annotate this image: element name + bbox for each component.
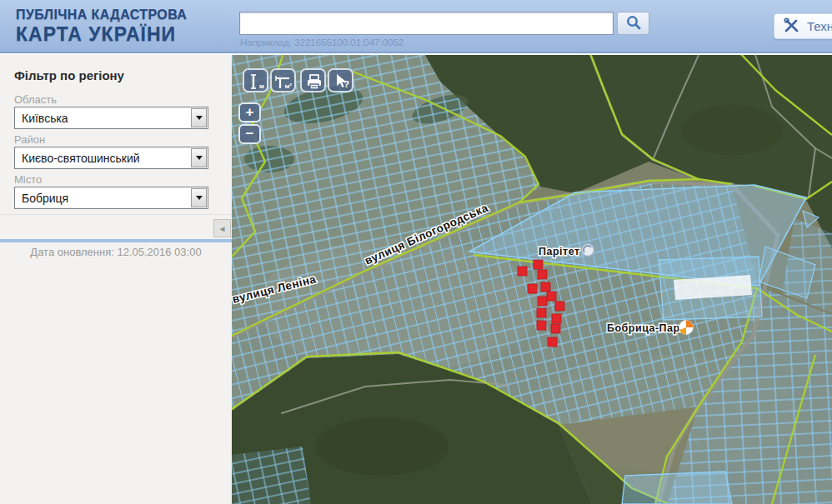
map-canvas[interactable]: вулиця Білогородська вулиця Леніна Паріт… bbox=[232, 55, 832, 504]
zoom-control: + − bbox=[238, 102, 261, 144]
zoom-in-button[interactable]: + bbox=[238, 102, 261, 122]
tech-support-label: Техніч bbox=[807, 19, 832, 33]
dropdown-arrow-icon[interactable] bbox=[191, 108, 207, 127]
oblast-label: Область bbox=[14, 93, 57, 106]
region-filter-panel: Фільтр по регіону Область Київська Район… bbox=[0, 55, 232, 504]
identify-button[interactable]: ? bbox=[328, 68, 353, 92]
tools-icon bbox=[783, 17, 800, 37]
poi-label-bobrytsia-park: Бобрица-Парк bbox=[607, 322, 686, 334]
dropdown-arrow-icon[interactable] bbox=[191, 188, 207, 207]
chevron-left-icon: ◄ bbox=[218, 224, 227, 233]
area-unit-label: м² bbox=[284, 82, 292, 90]
print-button[interactable] bbox=[300, 68, 326, 92]
search-icon bbox=[625, 14, 642, 33]
raion-value: Києво-святошинський bbox=[15, 152, 191, 165]
panel-collapse-button[interactable]: ◄ bbox=[213, 219, 231, 237]
poi-icon-paritet[interactable] bbox=[582, 244, 594, 257]
satellite-map: вулиця Білогородська вулиця Леніна Паріт… bbox=[232, 55, 832, 504]
search-example-hint: Наприклад: 3221655100:01:047:0052 bbox=[240, 37, 403, 47]
identify-question-mark: ? bbox=[343, 79, 349, 89]
measure-area-button[interactable]: м² bbox=[270, 68, 296, 92]
tech-support-button[interactable]: Техніч bbox=[774, 13, 832, 39]
length-unit-label: м bbox=[259, 82, 264, 90]
logo-line2: КАРТА УКРАЇНИ bbox=[16, 23, 187, 45]
poi-label-paritet: Парітет bbox=[539, 246, 580, 257]
panel-divider bbox=[0, 214, 232, 215]
logo-line1: ПУБЛІЧНА КАДАСТРОВА bbox=[16, 7, 187, 23]
oblast-select[interactable]: Київська bbox=[14, 107, 208, 129]
raion-select[interactable]: Києво-святошинський bbox=[14, 147, 208, 169]
oblast-value: Київська bbox=[15, 112, 191, 125]
misto-value: Бобриця bbox=[15, 192, 191, 205]
raion-label: Район bbox=[14, 133, 45, 146]
app-header: ПУБЛІЧНА КАДАСТРОВА КАРТА УКРАЇНИ Наприк… bbox=[0, 0, 832, 53]
measure-length-button[interactable]: м bbox=[243, 68, 268, 92]
map-toolbar: м м² bbox=[243, 68, 353, 92]
search-button[interactable] bbox=[617, 12, 649, 35]
filter-panel-title: Фільтр по регіону bbox=[14, 68, 124, 82]
data-updated-text: Дата оновлення: 12.05.2016 03:00 bbox=[0, 246, 232, 258]
misto-select[interactable]: Бобриця bbox=[14, 187, 208, 209]
app-logo: ПУБЛІЧНА КАДАСТРОВА КАРТА УКРАЇНИ bbox=[16, 7, 187, 45]
search-input[interactable] bbox=[239, 12, 614, 35]
zoom-out-button[interactable]: − bbox=[238, 124, 261, 144]
dropdown-arrow-icon[interactable] bbox=[191, 148, 207, 167]
misto-label: Місто bbox=[14, 173, 42, 186]
poi-icon-bobrytsia-park[interactable] bbox=[679, 321, 694, 335]
panel-separator bbox=[0, 239, 232, 242]
